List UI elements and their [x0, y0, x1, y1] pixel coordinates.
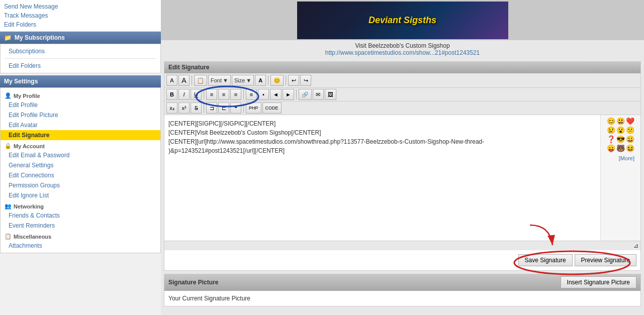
preview-signature-button[interactable]: Preview Signature: [575, 254, 636, 266]
font-dropdown[interactable]: Font ▼: [208, 75, 231, 86]
sidebar-item-attachments[interactable]: Attachments: [1, 241, 160, 251]
settings-section: My Settings 👤 My Profile Edit Profile Ed…: [0, 75, 161, 253]
sidebar-item-edit-signature[interactable]: Edit Signature: [1, 130, 160, 140]
image-btn[interactable]: 🖼: [325, 89, 336, 100]
font-color-btn[interactable]: A: [255, 75, 266, 86]
superscript-btn[interactable]: x²: [178, 102, 190, 114]
sidebar-item-edit-profile[interactable]: Edit Profile: [1, 100, 160, 110]
php-btn[interactable]: PHP: [246, 102, 261, 114]
font-size-increase-btn[interactable]: A: [178, 75, 190, 86]
emoji-bear[interactable]: 🐻: [616, 144, 625, 152]
size-dropdown[interactable]: Size ▼: [232, 75, 254, 86]
subscript-btn[interactable]: x₂: [166, 102, 177, 114]
sep8: [243, 103, 244, 113]
emoji-sad[interactable]: 😢: [607, 126, 615, 134]
sidebar-item-send-new-message[interactable]: Send New Message: [4, 2, 157, 11]
emoji-question[interactable]: ❓: [607, 135, 615, 143]
networking-icon: 👥: [5, 203, 12, 209]
sigshop-link[interactable]: http://www.spacetimestudios.com/show...2…: [325, 49, 480, 56]
bold-btn[interactable]: B: [166, 89, 177, 100]
copy-btn[interactable]: 📋: [194, 75, 207, 86]
outdent2-btn[interactable]: ⊏: [218, 102, 229, 114]
emoji-tongue[interactable]: 😛: [607, 144, 615, 152]
signature-preview: Visit Beelzzebob's Custom Sigshop http:/…: [161, 40, 644, 58]
emoji-confused[interactable]: 😕: [626, 126, 634, 134]
emoji-wow[interactable]: 😮: [616, 126, 625, 134]
sep3: [286, 75, 286, 85]
sidebar-item-edit-connections[interactable]: Edit Connections: [1, 170, 160, 180]
ordered-list-btn[interactable]: ≡: [246, 89, 257, 100]
redo-btn[interactable]: ↪: [300, 75, 311, 86]
sep7: [204, 103, 204, 113]
emoji-cool[interactable]: 😎: [616, 135, 625, 143]
undo-btn[interactable]: ↩: [288, 75, 299, 86]
insert-signature-picture-button[interactable]: Insert Signature Picture: [561, 276, 636, 288]
strikethrough-btn[interactable]: S̶: [191, 102, 202, 114]
align-left-btn[interactable]: ≡: [206, 89, 217, 100]
divider: [5, 58, 156, 59]
sidebar-item-edit-avatar[interactable]: Edit Avatar: [1, 120, 160, 130]
align-center-btn[interactable]: ≡: [218, 89, 229, 100]
save-preview-wrapper: Save Signature Preview Signature: [518, 254, 636, 266]
italic-btn[interactable]: I: [178, 89, 190, 100]
indent2-btn[interactable]: ⊐: [206, 102, 217, 114]
underline-btn[interactable]: U: [191, 89, 202, 100]
emoji-happy[interactable]: 😃: [616, 117, 625, 125]
indent-btn[interactable]: ►: [283, 89, 294, 100]
sidebar-item-edit-email-password[interactable]: Edit Email & Password: [1, 150, 160, 160]
code-btn[interactable]: CODE: [262, 102, 282, 114]
resize-handle[interactable]: ⊿: [632, 242, 638, 248]
unordered-list-btn[interactable]: •: [258, 89, 269, 100]
my-profile-label: 👤 My Profile: [1, 90, 160, 100]
sidebar-item-edit-profile-picture[interactable]: Edit Profile Picture: [1, 110, 160, 120]
quote-btn[interactable]: ❝: [230, 102, 241, 114]
more-emojis-link[interactable]: [More]: [603, 153, 638, 163]
signature-picture-header: Signature Picture Insert Signature Pictu…: [164, 274, 640, 291]
sidebar-item-event-reminders[interactable]: Event Reminders: [1, 221, 160, 231]
miscellaneous-label: 📋 Miscellaneous: [1, 231, 160, 241]
subscriptions-links: Subscriptions Edit Folders: [0, 44, 161, 73]
sidebar-item-friends-contacts[interactable]: Friends & Contacts: [1, 211, 160, 221]
save-signature-button[interactable]: Save Signature: [518, 254, 573, 266]
folder-icon: 📁: [4, 34, 12, 41]
signature-picture-panel: Signature Picture Insert Signature Pictu…: [164, 274, 641, 306]
visit-text: Visit Beelzzebob's Custom Sigshop: [161, 42, 644, 49]
messaging-links: Send New Message Track Messages Edit Fol…: [0, 0, 161, 32]
subscriptions-section: 📁 My Subscriptions Subscriptions Edit Fo…: [0, 32, 161, 73]
email-btn[interactable]: ✉: [313, 89, 324, 100]
sep1: [192, 75, 192, 85]
toolbar-row-3: x₂ x² S̶ ⊐ ⊏ ❝ PHP CODE: [164, 101, 640, 115]
link-btn[interactable]: 🔗: [299, 89, 312, 100]
settings-header: My Settings: [0, 75, 161, 87]
sidebar-item-edit-folders[interactable]: Edit Folders: [4, 20, 157, 29]
sidebar-item-edit-ignore-list[interactable]: Edit Ignore List: [1, 190, 160, 200]
emoji-laugh[interactable]: 😆: [626, 144, 634, 152]
misc-icon: 📋: [5, 233, 12, 240]
sidebar-item-permission-groups[interactable]: Permission Groups: [1, 180, 160, 190]
sep6: [296, 89, 297, 99]
emoji-smiley[interactable]: 😊: [607, 117, 615, 125]
signature-editor[interactable]: [CENTER][SIGPIC][/SIGPIC][/CENTER] [CENT…: [164, 115, 600, 241]
outdent-btn[interactable]: ◄: [270, 89, 282, 100]
emoji-btn[interactable]: 😊: [270, 75, 284, 86]
sidebar-item-track-messages[interactable]: Track Messages: [4, 11, 157, 20]
action-buttons: Save Signature Preview Signature: [164, 250, 640, 270]
toolbar-container: A A 📋 Font ▼ Size ▼ A 😊: [164, 73, 640, 115]
emoji-grin[interactable]: 😀: [626, 135, 634, 143]
sep2: [268, 75, 268, 85]
emoji-heart[interactable]: ❤️: [626, 117, 634, 125]
sidebar-item-general-settings[interactable]: General Settings: [1, 160, 160, 170]
emoji-panel: 😊 😃 ❤️ 😢 😮 😕 ❓ 😎 😀: [600, 115, 640, 241]
editor-resize-bar: ⊿: [164, 241, 640, 250]
my-account-label: 🔒 My Account: [1, 140, 160, 150]
subscriptions-header: 📁 My Subscriptions: [0, 32, 161, 44]
font-size-decrease-btn[interactable]: A: [166, 75, 177, 86]
profile-icon: 👤: [5, 92, 12, 99]
settings-links: 👤 My Profile Edit Profile Edit Profile P…: [0, 87, 161, 253]
sidebar-item-subscriptions[interactable]: Subscriptions: [1, 46, 160, 56]
sidebar-item-edit-folders-sub[interactable]: Edit Folders: [1, 61, 160, 71]
sidebar: Send New Message Track Messages Edit Fol…: [0, 0, 161, 315]
align-right-btn[interactable]: ≡: [230, 89, 241, 100]
signature-picture-content: Your Current Signature Picture: [164, 291, 640, 306]
edit-signature-panel: Edit Signature A A 📋 Font ▼ Size: [164, 61, 641, 271]
